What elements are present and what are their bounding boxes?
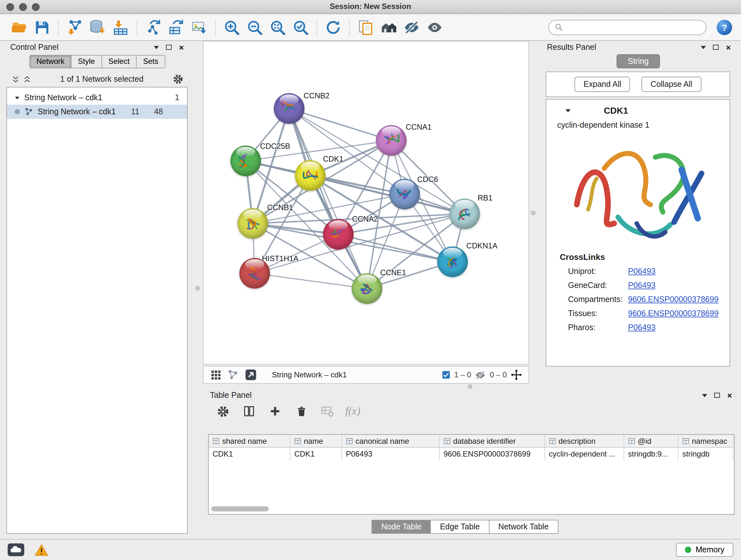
float-panel-icon[interactable] (713, 45, 719, 50)
network-edge[interactable] (338, 234, 453, 262)
table-cell[interactable]: CDK1 (209, 448, 290, 460)
function-builder-button[interactable]: f(x) (345, 403, 360, 420)
close-panel-icon[interactable]: × (179, 43, 184, 51)
column-header-name[interactable]: name (290, 435, 342, 448)
network-edge[interactable] (255, 273, 367, 289)
network-node-CDK1[interactable] (295, 160, 326, 191)
network-edge[interactable] (289, 109, 367, 289)
search-input[interactable] (567, 23, 700, 32)
control-panel-title: Control Panel (10, 43, 59, 52)
float-panel-icon[interactable] (166, 45, 172, 50)
tab-string[interactable]: String (616, 54, 660, 68)
network-options-gear-icon[interactable] (172, 73, 184, 85)
navigator-button[interactable] (511, 369, 522, 381)
tab-node-table[interactable]: Node Table (372, 520, 431, 534)
zoom-out-button[interactable] (245, 16, 265, 38)
delete-table-button[interactable] (319, 403, 336, 420)
network-node-CDC6[interactable] (389, 179, 420, 209)
network-collection-row[interactable]: String Network – cdk1 1 (7, 91, 187, 105)
collapse-tree-icon[interactable] (23, 75, 31, 83)
cloud-services-button[interactable] (8, 543, 24, 556)
network-node-CCNA1[interactable] (376, 125, 407, 156)
panel-menu-icon[interactable] (702, 394, 708, 397)
network-row[interactable]: String Network – cdk1 11 48 (7, 105, 187, 119)
help-button[interactable]: ? (717, 19, 732, 35)
panel-menu-icon[interactable] (154, 46, 159, 49)
network-node-CCNE1[interactable] (352, 273, 382, 304)
table-cell[interactable]: cyclin-dependent ... (545, 448, 624, 460)
column-header-shared-name[interactable]: shared name (209, 435, 290, 448)
warnings-button[interactable] (35, 544, 49, 556)
network-node-RB1[interactable] (449, 199, 480, 229)
copy-document-button[interactable] (355, 16, 376, 38)
export-image-button[interactable] (189, 16, 209, 38)
delete-column-button[interactable] (293, 403, 310, 420)
crosslink-link[interactable]: P06493 (628, 281, 656, 290)
close-window-button[interactable] (6, 3, 14, 11)
collection-disclosure-icon[interactable] (15, 97, 19, 99)
network-share-button[interactable] (227, 369, 239, 381)
grid-options-button[interactable] (210, 369, 221, 381)
network-node-CCNB1[interactable] (238, 208, 268, 239)
panel-menu-icon[interactable] (701, 46, 706, 49)
tab-network-table[interactable]: Network Table (489, 520, 558, 534)
minimize-window-button[interactable] (19, 3, 27, 11)
zoom-selected-button[interactable] (290, 16, 311, 38)
expand-tree-icon[interactable] (11, 75, 20, 83)
network-edge[interactable] (289, 109, 391, 140)
table-cell[interactable]: stringdb:9... (624, 448, 678, 460)
expand-all-button[interactable]: Expand All (575, 77, 630, 92)
home-overview-button[interactable] (379, 16, 399, 38)
clone-table-button[interactable] (166, 16, 186, 38)
network-node-CCNB2[interactable] (274, 93, 305, 124)
table-cell[interactable]: stringdb (678, 448, 733, 460)
crosslink-link[interactable]: P06493 (628, 323, 656, 332)
splitter-handle[interactable] (531, 211, 536, 215)
show-columns-button[interactable] (241, 403, 257, 420)
clone-network-button[interactable] (143, 16, 163, 38)
crosslink-link[interactable]: P06493 (628, 267, 656, 276)
tab-select[interactable]: Select (102, 55, 137, 68)
save-session-button[interactable] (32, 16, 52, 38)
zoom-fit-button[interactable] (267, 16, 288, 38)
show-elements-button[interactable] (424, 16, 445, 38)
import-table-button[interactable] (111, 16, 131, 38)
network-node-CDC25B[interactable] (230, 145, 261, 176)
tab-sets[interactable]: Sets (137, 55, 165, 68)
tab-edge-table[interactable]: Edge Table (431, 520, 489, 534)
table-settings-button[interactable] (214, 403, 231, 420)
column-header-namespac[interactable]: namespac (678, 435, 733, 448)
column-header-database-identifier[interactable]: database identifier (440, 435, 545, 448)
collapse-all-button[interactable]: Collapse All (642, 77, 701, 92)
tab-network[interactable]: Network (29, 55, 71, 68)
open-session-button[interactable] (9, 16, 29, 38)
splitter-handle[interactable] (468, 384, 472, 389)
memory-button[interactable]: Memory (676, 543, 733, 557)
close-panel-icon[interactable]: × (727, 391, 732, 399)
table-cell[interactable]: P06493 (342, 448, 440, 460)
hide-elements-button[interactable] (401, 16, 422, 38)
tab-style[interactable]: Style (71, 55, 102, 68)
open-in-window-button[interactable] (245, 368, 257, 381)
table-cell[interactable]: 9606.ENSP00000378699 (440, 448, 545, 460)
import-network-file-button[interactable] (64, 16, 85, 38)
network-node-CCNA2[interactable] (323, 219, 354, 250)
column-header-canonical-name[interactable]: canonical name (342, 435, 440, 448)
network-node-CDKN1A[interactable] (437, 246, 468, 277)
zoom-in-button[interactable] (221, 16, 242, 38)
zoom-window-button[interactable] (32, 3, 40, 11)
network-canvas[interactable]: CCNB2CCNA1CDC25BCDK1CDC6RB1CCNB1CCNA2CDK… (203, 41, 529, 365)
close-panel-icon[interactable]: × (726, 43, 731, 51)
crosslink-link[interactable]: 9606.ENSP00000378699 (628, 309, 719, 318)
column-header--id[interactable]: @id (624, 435, 678, 448)
crosslink-link[interactable]: 9606.ENSP00000378699 (628, 295, 719, 304)
column-header-description[interactable]: description (545, 435, 624, 448)
add-column-button[interactable] (267, 403, 283, 420)
gene-disclosure-icon[interactable] (565, 109, 570, 112)
import-network-database-button[interactable] (87, 16, 108, 38)
splitter-handle[interactable] (195, 286, 200, 291)
refresh-view-button[interactable] (323, 16, 343, 38)
table-cell[interactable]: CDK1 (290, 448, 342, 460)
horizontal-scrollbar[interactable] (211, 506, 269, 511)
float-panel-icon[interactable] (715, 393, 720, 398)
